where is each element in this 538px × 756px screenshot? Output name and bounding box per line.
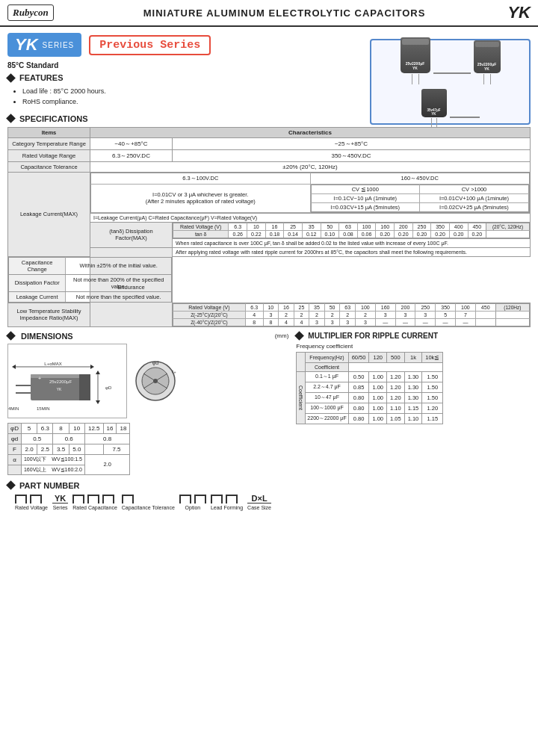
pn-case-size: D×L Case Size xyxy=(247,494,271,510)
dimensions-section: DIMENSIONS (mm) 25v2200μF xyxy=(7,332,288,475)
dim-drawing-left: 25v2200μF YK + L+αMAX xyxy=(7,344,127,418)
svg-text:15MIN: 15MIN xyxy=(37,406,50,411)
ripple-row-5: 2200～22000 μF 0.80 1.00 1.05 1.10 1.15 xyxy=(297,413,443,424)
cat-temp-col1: −40～+85°C xyxy=(90,137,173,149)
svg-text:φd: φd xyxy=(152,360,159,366)
ripple-row-2: 2.2～4.7 μF 0.85 1.00 1.20 1.30 1.50 xyxy=(297,382,443,392)
leakage-cv-header: CV ≦1000 CV >1000 I=0.1CV−10 μA (1minute… xyxy=(310,184,530,212)
pn-option: Option xyxy=(179,495,206,510)
rated-voltage-label: Rated Voltage Range xyxy=(8,149,90,161)
part-number-diagram: Rated Voltage YK Series Rated Capacitanc… xyxy=(15,494,531,510)
cap-image-top: 25v2200μFYK 25v2200μFYK xyxy=(401,37,501,84)
ripple-coeff-label-row: Coefficient xyxy=(297,362,443,371)
items-header: Items xyxy=(8,127,90,137)
dim-phid-row: φd 0.5 0.6 0.8 xyxy=(8,433,130,444)
dim-header-row: φD 5 6.3 8 10 12.5 16 18 xyxy=(8,423,130,433)
dim-F-row: F 2.0 2.5 3.5 5.0 7.5 xyxy=(8,444,130,454)
header-title: MINIATURE ALUMINUM ELECTROLYTIC CAPACITO… xyxy=(54,7,508,19)
cat-temp-label: Category Temperature Range xyxy=(8,137,90,149)
header-bar: Rubycon MINIATURE ALUMINUM ELECTROLYTIC … xyxy=(0,0,538,27)
ripple-range-3: 10～47 μF xyxy=(306,392,348,403)
dimensions-unit: (mm) xyxy=(275,332,289,339)
dissipation-val-e: Not more than 200% of the specified valu… xyxy=(66,274,172,291)
svg-text:L+αMAX: L+αMAX xyxy=(44,362,61,366)
cat-temp-col2: −25～+85°C xyxy=(173,137,531,149)
dissipation-label-e: Dissipation Factor xyxy=(9,274,66,291)
svg-marker-10 xyxy=(90,365,94,369)
leakage-label-e: Leakage Current xyxy=(9,291,66,302)
pn-rated-cap: Rated Capacitance xyxy=(72,495,117,510)
yk-series-box: YK SERIES xyxy=(7,33,81,57)
endurance-intro: After applying rated voltage with rated … xyxy=(173,247,531,256)
freq-header: Frequency(Hz) xyxy=(306,352,348,362)
leakage-label: Leakage Current(MAX) xyxy=(8,172,90,256)
leakage-range1: 6.3～100V.DC xyxy=(91,173,311,184)
product-image-box: 25v2200μFYK 25v2200μFYK xyxy=(370,39,531,125)
ripple-row-4: 100～1000 μF 0.80 1.00 1.10 1.15 1.20 xyxy=(297,403,443,413)
pn-series: YK Series xyxy=(52,494,68,510)
leakage-row: Leakage Current(MAX) 6.3～100V.DC 160～450… xyxy=(8,172,531,213)
series-code: YK xyxy=(507,3,531,22)
svg-text:4MIN: 4MIN xyxy=(8,406,19,411)
svg-rect-7 xyxy=(79,374,90,400)
diamond-icon-3 xyxy=(6,331,16,341)
leakage-content: 6.3～100V.DC 160～450V.DC I=0.01CV or 3 μA… xyxy=(90,172,531,213)
series-name: YK xyxy=(15,35,38,55)
dim-F-label: F xyxy=(8,444,22,454)
dim-alpha-row: α 100V以下 WV≦100:1.5 2.0 xyxy=(8,454,130,465)
svg-marker-14 xyxy=(96,400,100,404)
endurance-cap-change: Capacitance Change Within ±25% of the in… xyxy=(8,256,531,303)
category-temp-row: Category Temperature Range −40～+85°C −25… xyxy=(8,137,531,149)
specs-table: Items Characteristics Category Temperatu… xyxy=(7,127,531,327)
rated-voltage-col1: 6.3～250V.DC xyxy=(90,149,173,161)
dissipation-label: (tanδ) Dissipation Factor(MAX) xyxy=(90,222,173,247)
leakage-range2: 160～450V.DC xyxy=(310,173,530,184)
svg-text:φD: φD xyxy=(105,385,112,390)
leakage-formula1-2: I=0.01CV or 3 μA whichever is greater. (… xyxy=(91,184,311,212)
cap-tolerance-label: Capacitance Tolerance xyxy=(8,161,90,172)
multiplier-section: MULTIPLIER FOR RIPPLE CURRENT Frequency … xyxy=(296,332,531,475)
low-temp-row: Low Temperature Stability Impedance Rati… xyxy=(8,303,531,326)
dim-alpha-label: α xyxy=(8,454,22,465)
low-temp-label: Low Temperature Stability Impedance Rati… xyxy=(8,303,90,326)
coeff-label-cell: Coefficient xyxy=(306,362,348,371)
dissipation-note: When rated capacitance is over 100C μF, … xyxy=(173,238,531,247)
dim-ripple-section: DIMENSIONS (mm) 25v2200μF xyxy=(0,329,538,478)
dim-phiD-header: φD xyxy=(8,423,22,433)
diamond-icon-4 xyxy=(294,331,304,341)
dim-phid-label: φd xyxy=(8,433,22,444)
rated-voltage-row: Rated Voltage Range 6.3～250V.DC 350～450V… xyxy=(8,149,531,161)
char-header: Characteristics xyxy=(90,127,531,137)
cap-change-label: Capacitance Change xyxy=(9,257,66,274)
svg-text:+: + xyxy=(38,376,41,381)
diamond-icon-5 xyxy=(6,480,16,490)
part-number-title: PART NUMBER xyxy=(19,481,79,490)
ripple-range-2: 2.2～4.7 μF xyxy=(306,382,348,392)
cap-tolerance-val: ±20% (20°C, 120Hz) xyxy=(90,161,531,172)
svg-text:25v2200μF: 25v2200μF xyxy=(49,379,72,384)
dim-diagram: 25v2200μF YK + L+αMAX xyxy=(7,344,288,418)
ripple-range-1: 0.1～1 μF xyxy=(306,371,348,382)
ripple-row-3: 10～47 μF 0.80 1.00 1.20 1.30 1.50 xyxy=(297,392,443,403)
svg-marker-9 xyxy=(12,365,16,369)
diamond-icon xyxy=(6,73,16,83)
part-number-section: PART NUMBER Rated Voltage YK Series xyxy=(0,478,538,512)
freq-coeff-label: Frequency coefficient xyxy=(296,343,531,350)
ripple-range-4: 100～1000 μF xyxy=(306,403,348,413)
prev-series-button[interactable]: Previous Series xyxy=(89,35,211,55)
low-temp-content: Rated Voltage (V) 6.3 10 16 25 35 50 63 … xyxy=(173,303,531,326)
pn-rated-voltage: Rated Voltage xyxy=(15,495,48,510)
ripple-range-5: 2200～22000 μF xyxy=(306,413,348,424)
series-row: YK SERIES Previous Series 25v2200μFYK xyxy=(0,27,538,60)
multiplier-title: MULTIPLIER FOR RIPPLE CURRENT xyxy=(308,332,438,340)
dissipation-content: Rated Voltage (V) 6.3 10 16 25 35 50 63 … xyxy=(173,222,531,238)
series-label: SERIES xyxy=(43,41,75,49)
rated-voltage-col2: 350～450V.DC xyxy=(173,149,531,161)
dim-table: φD 5 6.3 8 10 12.5 16 18 φd 0.5 0.6 0.8 … xyxy=(7,423,130,475)
svg-point-22 xyxy=(153,379,158,383)
svg-text:ℓ+: ℓ+ xyxy=(172,370,176,374)
ripple-header-row: Frequency(Hz) 60/50 120 500 1k 10k≦ xyxy=(297,352,443,362)
pn-lead-forming: Lead Forming xyxy=(211,495,243,510)
pn-cap-tolerance: Capacitance Tolerance xyxy=(122,495,175,510)
svg-marker-13 xyxy=(96,371,100,374)
